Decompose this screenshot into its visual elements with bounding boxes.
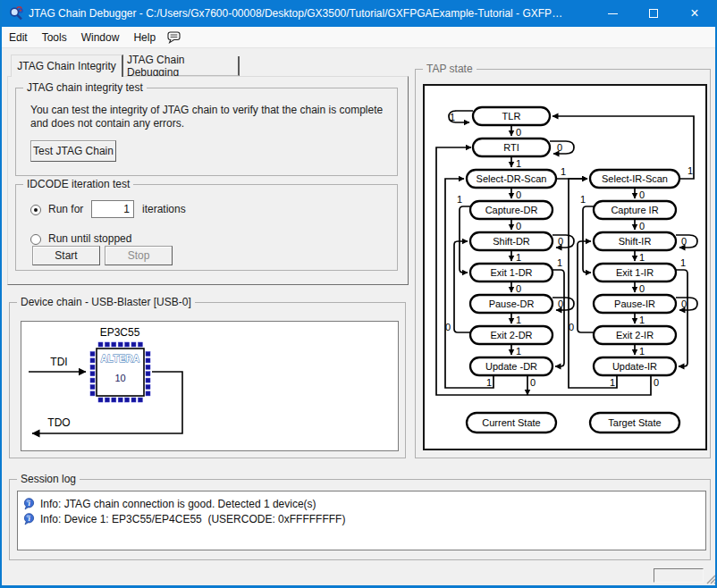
device-chain-canvas: EP3C55ALTERA10TDITDO — [21, 321, 399, 451]
log-entry[interactable]: iInfo: JTAG chain connection is good. De… — [18, 496, 705, 511]
tap-edge-exit2dr-shiftdr — [454, 241, 470, 332]
tap-node-exit1ir: Exit 1-IR — [594, 264, 676, 281]
device-chain-group: Device chain - USB-Blaster [USB-0] EP3C5… — [9, 302, 406, 458]
tab-pane: JTAG chain integrity test You can test t… — [7, 76, 409, 285]
device-chain-diagram: EP3C55ALTERA10TDITDO — [21, 322, 398, 450]
svg-text:Shift-IR: Shift-IR — [619, 236, 652, 247]
log-entry[interactable]: iInfo: Device 1: EP3C55/EP4CE55 (USERCOD… — [18, 511, 705, 526]
svg-text:Capture IR: Capture IR — [611, 205, 658, 215]
tap-edge-label: 0 — [530, 377, 536, 388]
tap-edge-label: 0 — [516, 189, 521, 200]
tap-node-capir: Capture IR — [594, 201, 676, 219]
group-title: TAP state — [423, 63, 477, 75]
tab-jtag-chain-integrity[interactable]: JTAG Chain Integrity — [11, 55, 123, 77]
svg-text:Update-IR: Update-IR — [612, 361, 657, 372]
tap-edge-label: 1 — [486, 377, 492, 388]
chip-pin — [146, 352, 150, 357]
minimize-icon — [608, 13, 618, 14]
integrity-description: You can test the integrity of JTAG chain… — [30, 104, 392, 130]
resize-grip[interactable] — [704, 572, 716, 587]
tap-edge-label: 1 — [516, 158, 521, 169]
tap-edge-label: 1 — [516, 315, 521, 325]
tap-edge-label: 1 — [639, 252, 645, 263]
chip-pin — [146, 378, 150, 382]
svg-text:Exit 2-IR: Exit 2-IR — [616, 330, 654, 340]
menu-item-tools[interactable]: Tools — [35, 27, 74, 47]
menu-item-window[interactable]: Window — [74, 27, 127, 47]
svg-text:Current State: Current State — [482, 417, 540, 428]
tap-edge-exit1dr-updatedr — [553, 270, 564, 366]
group-title: IDCODE iteration test — [23, 178, 133, 190]
svg-text:Pause-IR: Pause-IR — [614, 298, 655, 309]
tap-edge-label: 0 — [639, 221, 645, 231]
group-title: Device chain - USB-Blaster [USB-0] — [17, 296, 195, 308]
tap-node-pausedr: Pause-DR — [470, 295, 553, 313]
tap-node-seldr: Select-DR-Scan — [467, 170, 556, 188]
chip-pin — [90, 378, 95, 382]
jtag-chain-integrity-test-group: JTAG chain integrity test You can test t… — [15, 88, 398, 176]
tap-node-pauseir: Pause-IR — [594, 295, 676, 313]
chip-pin — [90, 365, 95, 369]
tap-edge-label: 1 — [561, 166, 566, 177]
altera-logo: ALTERA — [100, 353, 139, 364]
stop-button[interactable]: Stop — [105, 246, 173, 265]
chip-pin — [138, 342, 142, 347]
svg-text:Select-IR-Scan: Select-IR-Scan — [602, 173, 668, 184]
minimize-button[interactable] — [592, 0, 633, 27]
chip-pin — [146, 372, 150, 376]
close-button[interactable]: × — [674, 0, 715, 27]
svg-text:Exit 1-IR: Exit 1-IR — [616, 267, 654, 278]
log-entry-text: Info: Device 1: EP3C55/EP4CE55 (USERCODE… — [40, 513, 345, 525]
info-icon: i — [23, 498, 35, 510]
tab-label: JTAG Chain Integrity — [17, 60, 115, 72]
run-for-radio[interactable] — [30, 205, 41, 215]
close-icon: × — [690, 5, 698, 21]
tap-edge-label: 0 — [516, 221, 521, 231]
svg-text:Pause-DR: Pause-DR — [489, 298, 535, 309]
tap-node-exit2ir: Exit 2-IR — [594, 326, 676, 344]
window-title: JTAG Chain Debugger - C:/Users/Gx7600-00… — [29, 7, 565, 20]
chip-pin — [105, 342, 109, 347]
tap-node-updatedr: Update -DR — [470, 357, 553, 375]
session-log-list[interactable]: iInfo: JTAG chain connection is good. De… — [17, 491, 706, 550]
chip-pin — [90, 391, 95, 396]
iterations-input[interactable] — [91, 200, 134, 218]
svg-text:TLR: TLR — [502, 111, 521, 122]
chip-pin — [90, 385, 95, 390]
tap-legend-target-state: Target State — [590, 413, 679, 433]
tap-edge-label: 1 — [639, 315, 645, 325]
chip-pin — [131, 398, 136, 402]
tap-state-canvas: TLRRTISelect-DR-ScanSelect-IR-ScanCaptur… — [423, 84, 707, 450]
run-until-stopped-radio[interactable] — [30, 234, 41, 245]
whats-this-button[interactable] — [166, 29, 181, 45]
speech-bubble-icon — [166, 29, 181, 45]
tap-edge-capdr-exit1dr — [460, 206, 470, 273]
tap-edge-label: 0 — [654, 377, 659, 388]
tap-edge-label: 1 — [516, 252, 521, 263]
maximize-icon — [649, 9, 658, 18]
tap-node-updateir: Update-IR — [594, 357, 676, 375]
maximize-button[interactable] — [633, 0, 674, 27]
iterations-label: iterations — [142, 203, 186, 215]
tab-jtag-chain-debugging[interactable]: JTAG Chain Debugging — [127, 56, 240, 76]
tap-edge-label: 0 — [557, 142, 562, 153]
info-icon: i — [23, 513, 35, 525]
tap-edge-label: 1 — [457, 194, 462, 205]
app-icon — [9, 6, 23, 21]
chip-pin — [125, 398, 130, 402]
tap-node-capdr: Capture-DR — [470, 201, 553, 219]
menu-item-edit[interactable]: Edit — [2, 27, 35, 47]
test-jtag-chain-button[interactable]: Test JTAG Chain — [30, 140, 116, 162]
tap-edge-capir-exit1ir — [583, 206, 594, 273]
chip-pin — [112, 398, 116, 402]
chip-pin — [146, 365, 150, 369]
status-pane — [654, 568, 704, 583]
tap-edge-label: 1 — [516, 346, 521, 357]
run-for-label: Run for — [48, 203, 83, 215]
tap-edge-label: 1 — [450, 112, 455, 122]
start-button[interactable]: Start — [32, 246, 100, 265]
chip-pin — [90, 372, 95, 376]
tap-node-shiftdr: Shift-DR — [470, 232, 553, 250]
menu-item-help[interactable]: Help — [126, 27, 163, 47]
svg-text:Shift-DR: Shift-DR — [493, 236, 530, 247]
